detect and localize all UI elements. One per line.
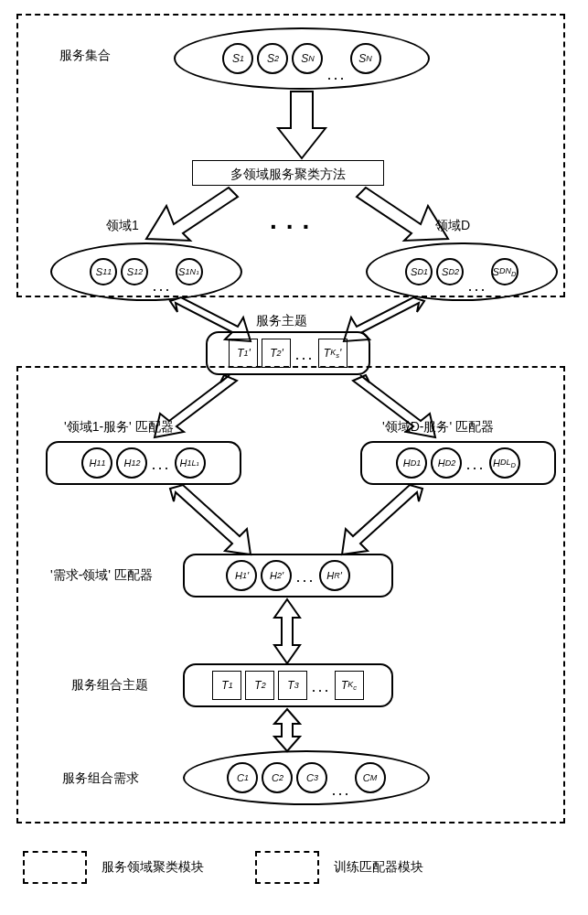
node-s11: S11 (90, 258, 117, 285)
node-h12: H12 (116, 447, 147, 479)
matcherD-label: '领域D-服务' 匹配器 (382, 419, 494, 436)
matcher1-box: H11 H12 ... H1L₁ (46, 441, 241, 485)
arrow-ct-cd (269, 709, 305, 751)
arrow-dm-ct (269, 599, 305, 663)
demand-matcher-box: H1' H2' ... HR' (183, 554, 393, 597)
topic-t2p: T2' (262, 339, 291, 368)
node-hd1: HD1 (396, 447, 427, 479)
node-c3: C3 (296, 762, 327, 793)
node-sn2: SN (350, 43, 381, 74)
domain1-label: 领域1 (106, 218, 139, 234)
service-topic-label: 服务主题 (256, 313, 307, 329)
legend-box-train (255, 851, 319, 884)
legend-cluster-label: 服务领域聚类模块 (102, 859, 204, 876)
service-set-label: 服务集合 (59, 48, 111, 64)
dots: ... (151, 455, 170, 478)
arrow-m1-dm (165, 485, 256, 556)
node-c2: C2 (262, 762, 293, 793)
matcherD-box: HD1 HD2 ... HDLD (360, 441, 556, 485)
topic-tksp: TKs' (318, 339, 347, 368)
cluster-method-box: 多领域服务聚类方法 (192, 160, 384, 186)
node-sdnd: SDND (491, 258, 519, 285)
combo-topic-box: T1 T2 T3 ... TKc (183, 663, 393, 707)
dots-domains: ... (270, 206, 318, 235)
dots: ... (331, 780, 350, 803)
node-h2p: H2' (261, 560, 292, 591)
node-c1: C1 (227, 762, 258, 793)
node-hd2: HD2 (431, 447, 462, 479)
node-h1p: H1' (226, 560, 257, 591)
dots: ... (311, 677, 330, 700)
domainD-ellipse: SD1 SD2 ... SDND (366, 242, 558, 301)
matcher1-label: '领域1-服务' 匹配器 (64, 419, 174, 436)
node-hdld: HDLD (489, 447, 520, 479)
node-hrp: HR' (319, 560, 350, 591)
arrow-split-left (137, 188, 247, 242)
dots: ... (465, 455, 485, 478)
dots: ... (467, 276, 486, 299)
legend-train-label: 训练匹配器模块 (334, 859, 423, 876)
domainD-label: 领域D (435, 218, 470, 234)
combo-demand-label: 服务组合需求 (62, 770, 139, 787)
topic-t2: T2 (245, 671, 274, 700)
node-h1l1: H1L₁ (175, 447, 206, 479)
node-s12: S12 (121, 258, 148, 285)
arrow-split-right (347, 188, 457, 242)
topic-t1: T1 (212, 671, 241, 700)
dots: ... (295, 567, 315, 590)
dots: ... (294, 345, 314, 368)
node-s2: S2 (257, 43, 288, 74)
legend: 服务领域聚类模块 训练匹配器模块 (23, 851, 423, 884)
dots: ... (152, 276, 171, 299)
topic-t1p: T1' (229, 339, 258, 368)
domain1-ellipse: S11 S12 ... S1N₁ (50, 242, 242, 301)
demand-matcher-label: '需求-领域' 匹配器 (50, 567, 153, 584)
legend-box-cluster (23, 851, 87, 884)
arrow-md-dm (337, 485, 428, 556)
topic-t3: T3 (278, 671, 307, 700)
combo-topic-label: 服务组合主题 (71, 677, 148, 694)
combo-demand-ellipse: C1 C2 C3 ... CM (183, 750, 430, 805)
node-sd2: SD2 (436, 258, 464, 285)
dots: ... (326, 65, 346, 88)
node-sn: SN (292, 43, 323, 74)
node-s1: S1 (222, 43, 253, 74)
service-set-ellipse: S1 S2 SN ... SN (174, 27, 430, 90)
node-s1n1: S1N₁ (176, 258, 203, 285)
node-cm: CM (355, 762, 386, 793)
node-h11: H11 (81, 447, 112, 479)
topic-tkc: TKc (335, 671, 364, 700)
arrow-down-1 (274, 92, 329, 163)
service-topic-box: T1' T2' ... TKs' (206, 331, 370, 375)
node-sd1: SD1 (405, 258, 433, 285)
